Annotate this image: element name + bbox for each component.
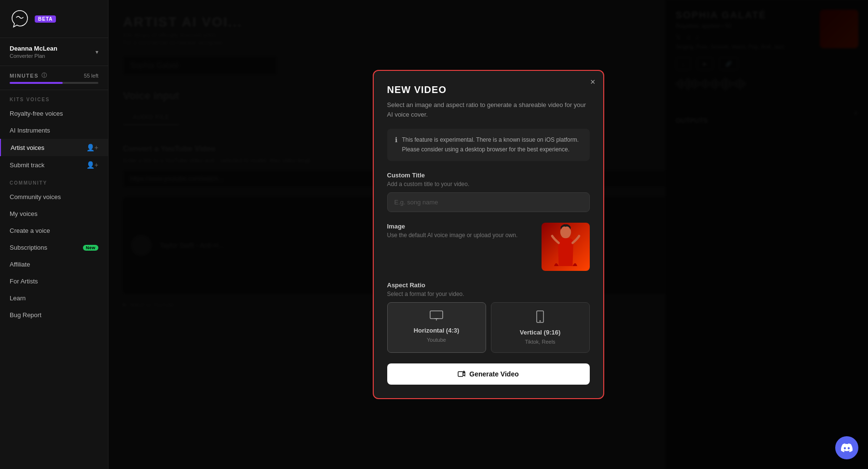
ai-instruments-label: AI Instruments xyxy=(10,127,50,134)
svg-rect-6 xyxy=(458,372,463,376)
image-row: Image Use the default AI voice image or … xyxy=(387,223,590,271)
modal-subtitle: Select an image and aspect ratio to gene… xyxy=(387,100,590,119)
logo-icon xyxy=(10,9,30,29)
svg-point-5 xyxy=(540,320,541,322)
person-add-icon: 👤+ xyxy=(86,144,98,151)
for-artists-label: For Artists xyxy=(10,278,38,285)
artist-voices-label: Artist voices xyxy=(11,144,44,151)
phone-icon xyxy=(536,310,544,326)
sidebar-item-ai-instruments[interactable]: AI Instruments xyxy=(0,122,108,139)
modal-warning-box: ℹ This feature is experimental. There is… xyxy=(387,129,590,161)
horizontal-name: Horizontal (4:3) xyxy=(414,327,460,334)
community-section-label: COMMUNITY xyxy=(0,174,108,188)
subscriptions-label: Subscriptions xyxy=(10,244,47,251)
custom-title-label: Custom Title xyxy=(387,172,590,179)
community-voices-label: Community voices xyxy=(10,193,61,201)
user-plan: Converter Plan xyxy=(10,53,57,59)
learn-label: Learn xyxy=(10,295,26,302)
custom-title-input[interactable] xyxy=(387,192,590,212)
vertical-name: Vertical (9:16) xyxy=(520,329,561,336)
sidebar-item-artist-voices[interactable]: Artist voices 👤+ xyxy=(0,139,108,156)
image-thumbnail[interactable] xyxy=(542,223,590,271)
minutes-progress-fill xyxy=(10,82,63,84)
info-icon: ⓘ xyxy=(41,72,48,79)
sidebar-item-for-artists[interactable]: For Artists xyxy=(0,273,108,290)
my-voices-label: My voices xyxy=(10,210,38,217)
new-badge: New xyxy=(83,245,98,251)
user-profile[interactable]: Deanna McLean Converter Plan ▾ xyxy=(0,38,108,66)
modal-close-button[interactable]: × xyxy=(590,78,596,86)
sidebar-item-submit-track[interactable]: Submit track 👤+ xyxy=(0,156,108,174)
sidebar-item-create-voice[interactable]: Create a voice xyxy=(0,222,108,239)
affiliate-label: Affiliate xyxy=(10,261,30,268)
minutes-left: 55 left xyxy=(84,73,98,79)
minutes-progress-bar xyxy=(10,82,98,84)
aspect-ratio-section: Aspect Ratio Select a format for your vi… xyxy=(387,281,590,353)
kits-voices-section-label: KITS VOICES xyxy=(0,90,108,105)
image-label: Image xyxy=(387,223,534,230)
bug-report-label: Bug Report xyxy=(10,311,41,319)
video-plus-icon xyxy=(458,370,465,378)
aspect-ratio-options: Horizontal (4:3) Youtube Vertical (9:16)… xyxy=(387,302,590,353)
main-content: ARTIST AI VOI... Kits library of officia… xyxy=(108,0,868,469)
image-desc: Use the default AI voice image or upload… xyxy=(387,232,534,239)
svg-rect-1 xyxy=(430,311,443,319)
sidebar-item-learn[interactable]: Learn xyxy=(0,290,108,307)
submit-track-label: Submit track xyxy=(10,161,44,169)
sidebar-header: BETA xyxy=(0,0,108,38)
artist-figure-image xyxy=(546,224,585,270)
aspect-ratio-desc: Select a format for your video. xyxy=(387,291,590,297)
sidebar-item-royalty-free[interactable]: Royalty-free voices xyxy=(0,105,108,122)
aspect-ratio-horizontal[interactable]: Horizontal (4:3) Youtube xyxy=(387,302,486,353)
create-voice-label: Create a voice xyxy=(10,227,50,234)
royalty-free-label: Royalty-free voices xyxy=(10,110,63,117)
aspect-ratio-vertical[interactable]: Vertical (9:16) Tiktok, Reels xyxy=(491,302,590,353)
minutes-label: MINUTES xyxy=(10,73,39,79)
minutes-section: MINUTES ⓘ 55 left xyxy=(0,66,108,90)
sidebar-item-affiliate[interactable]: Affiliate xyxy=(0,256,108,273)
sidebar-item-bug-report[interactable]: Bug Report xyxy=(0,307,108,323)
new-video-modal: × NEW VIDEO Select an image and aspect r… xyxy=(373,70,604,399)
person-add-2-icon: 👤+ xyxy=(86,161,98,169)
discord-icon xyxy=(841,443,853,452)
aspect-ratio-label: Aspect Ratio xyxy=(387,281,590,289)
discord-button[interactable] xyxy=(835,436,858,459)
modal-overlay: × NEW VIDEO Select an image and aspect r… xyxy=(108,0,868,469)
generate-btn-label: Generate Video xyxy=(469,370,518,378)
modal-warning-text: This feature is experimental. There is a… xyxy=(402,135,582,154)
modal-title: NEW VIDEO xyxy=(387,84,590,95)
horizontal-platform: Youtube xyxy=(427,337,446,343)
chevron-down-icon: ▾ xyxy=(95,49,98,55)
sidebar-item-community-voices[interactable]: Community voices xyxy=(0,188,108,205)
user-name: Deanna McLean xyxy=(10,45,57,52)
generate-video-button[interactable]: Generate Video xyxy=(387,363,590,385)
sidebar-item-subscriptions[interactable]: Subscriptions New xyxy=(0,239,108,256)
vertical-platform: Tiktok, Reels xyxy=(525,339,555,345)
custom-title-desc: Add a custom title to your video. xyxy=(387,181,590,188)
image-preview xyxy=(542,223,590,271)
monitor-icon xyxy=(430,310,443,324)
sidebar: BETA Deanna McLean Converter Plan ▾ MINU… xyxy=(0,0,108,469)
info-icon: ℹ xyxy=(395,136,397,154)
sidebar-item-my-voices[interactable]: My voices xyxy=(0,205,108,222)
beta-badge: BETA xyxy=(35,15,56,23)
